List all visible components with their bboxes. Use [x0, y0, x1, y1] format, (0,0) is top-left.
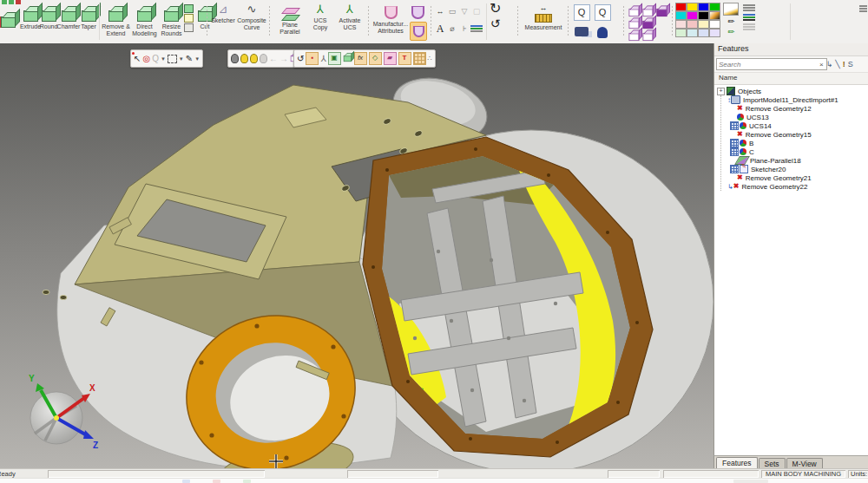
more-options-icon[interactable]: ∴	[428, 52, 432, 66]
qat-icon[interactable]	[9, 0, 14, 4]
color-swatch-pastel[interactable]	[698, 29, 709, 37]
view-orientation-icon[interactable]	[628, 20, 639, 28]
group-drag-handle[interactable]	[267, 4, 272, 37]
text-icon[interactable]: A	[437, 24, 444, 33]
line-style-icon[interactable]	[470, 25, 483, 32]
undo-display-icon[interactable]: ↺	[297, 52, 304, 66]
color-swatch-yellow[interactable]	[687, 3, 698, 11]
frame-icon[interactable]: ▢	[473, 7, 481, 16]
hatch-style-light-icon[interactable]	[743, 23, 755, 30]
mini-tool-icon[interactable]	[184, 14, 194, 23]
round-button[interactable]: Round	[40, 3, 57, 30]
eyedropper-icon[interactable]: ✐	[726, 16, 736, 27]
import-button[interactable]	[1, 9, 16, 28]
group-drag-handle[interactable]	[566, 4, 570, 37]
qat-icon[interactable]	[2, 0, 7, 4]
filter-alert-icon[interactable]: !	[843, 59, 845, 69]
prev-view-icon[interactable]: ←	[269, 52, 278, 66]
zoom-select-icon[interactable]: Q	[152, 52, 159, 66]
zoom-window-icon[interactable]: Q	[574, 4, 590, 21]
resize-rounds-button[interactable]: Resize Rounds	[159, 3, 184, 36]
udf-icon-button[interactable]	[410, 3, 425, 21]
next-view-icon[interactable]: →	[279, 52, 288, 66]
rotate-ccw-icon[interactable]: ↺	[490, 17, 501, 29]
tab-features[interactable]: Features	[716, 457, 758, 469]
tree-item-importmodel[interactable]: ↕ ImportModel11_DirectImport#1	[721, 95, 868, 104]
mini-tool-icon[interactable]	[184, 23, 194, 32]
view-orientation-icon[interactable]	[642, 8, 653, 16]
color-swatch-pastel[interactable]	[687, 20, 698, 29]
tree-item-sketcher20[interactable]: Sketcher20	[721, 165, 868, 173]
dropdown-arrow-icon[interactable]: ▼	[161, 52, 166, 66]
hatch-style-icon[interactable]	[743, 4, 755, 11]
tree-item-c[interactable]: C	[721, 147, 868, 156]
diameter-dimension-icon[interactable]: ⌀	[450, 24, 454, 33]
color-swatch-pastel[interactable]	[675, 20, 687, 29]
taper-button[interactable]: Taper	[80, 3, 97, 30]
color-swatch-blue[interactable]	[698, 3, 709, 11]
color-swatch-pastel[interactable]	[709, 20, 720, 29]
search-input[interactable]	[716, 58, 827, 70]
group-drag-handle[interactable]	[670, 4, 674, 37]
tree-item-remove-geometry21[interactable]: ✖ Remove Geometry21	[721, 173, 868, 182]
plane-parallel-button[interactable]: Plane Parallel	[273, 3, 307, 35]
taskbar-icon[interactable]	[213, 480, 220, 483]
color-swatch-pastel[interactable]	[687, 29, 698, 37]
table-toggle-icon[interactable]	[413, 52, 426, 65]
activate-ucs-button[interactable]: ⅄Activate UCS	[333, 3, 366, 30]
group-drag-handle[interactable]	[516, 4, 520, 37]
direct-modeling-button[interactable]: Direct Modeling	[130, 3, 159, 36]
tree-column-header[interactable]: Name	[714, 72, 868, 85]
group-drag-handle[interactable]	[205, 4, 209, 37]
tree-item-remove-geometry15[interactable]: ✖ Remove Geometry15	[721, 130, 868, 139]
ucs-copy-button[interactable]: ⅄UCS Copy	[307, 3, 333, 30]
rotate-cw-icon[interactable]: ↻	[490, 3, 501, 15]
zoom-fit-icon[interactable]: Q	[595, 4, 611, 21]
taskbar-icon[interactable]	[182, 480, 190, 483]
text-toggle-icon[interactable]: T	[398, 52, 411, 65]
components-toggle-icon[interactable]: ▣	[328, 52, 341, 65]
datum-icon[interactable]: ▽	[462, 7, 468, 16]
taskbar-icon[interactable]	[243, 480, 251, 483]
light-disabled-icon[interactable]	[260, 54, 267, 63]
paintbrush-icon[interactable]: ✐	[726, 27, 736, 37]
pin-toggle-icon[interactable]: ▪	[306, 52, 319, 65]
tree-item-remove-geometry12[interactable]: ✖ Remove Geometry12	[721, 104, 868, 113]
filter-s-icon[interactable]: S	[848, 59, 853, 69]
color-swatch-red[interactable]	[675, 3, 687, 11]
color-swatch-gradient[interactable]	[709, 11, 720, 20]
clear-search-icon[interactable]: ×	[819, 61, 824, 69]
note-icon[interactable]: ▭	[449, 7, 457, 16]
select-cursor-icon[interactable]: ↖	[134, 52, 141, 66]
measurement-button[interactable]: ↔ Measurement	[521, 3, 566, 31]
solid-toggle-icon[interactable]	[343, 55, 351, 62]
view-orientation-icon[interactable]	[628, 32, 639, 40]
udf-active-button[interactable]	[410, 22, 427, 41]
color-swatch-pastel[interactable]	[675, 29, 687, 37]
filter-branch-icon[interactable]: ↳	[826, 59, 833, 69]
axes-toggle-icon[interactable]: ⅄	[320, 52, 326, 66]
sketch-plane-toggle-icon[interactable]: ▰	[384, 52, 397, 65]
tree-item-remove-geometry22[interactable]: ↳ ✖ Remove Geometry22	[721, 182, 868, 191]
sketcher-button[interactable]: ⊿Sketcher	[210, 3, 236, 24]
manufacture-attributes-button[interactable]: Manufactur... Attributes	[372, 3, 410, 34]
color-swatch-cyan[interactable]	[675, 11, 687, 20]
linear-dimension-icon[interactable]: ↔	[437, 7, 444, 16]
big-color-swatch[interactable]	[723, 3, 739, 16]
remove-extend-button[interactable]: Remove & Extend	[102, 3, 130, 36]
dropdown-arrow-icon[interactable]: ▼	[194, 52, 200, 66]
light-on-icon[interactable]	[240, 54, 248, 63]
color-swatch-pastel[interactable]	[709, 29, 720, 37]
tree-item-ucs13[interactable]: UCS13	[721, 113, 868, 121]
filter-pen-icon[interactable]: ╲	[835, 59, 839, 69]
color-swatch-magenta[interactable]	[687, 11, 698, 20]
group-drag-handle[interactable]	[621, 4, 626, 37]
expander-icon[interactable]: +	[717, 88, 725, 95]
overflow-menu-icon[interactable]	[859, 5, 867, 12]
view-orientation-icon[interactable]	[642, 20, 653, 28]
mini-tool-icon[interactable]	[184, 4, 194, 13]
dropdown-arrow-icon[interactable]: ▼	[179, 52, 184, 66]
view-orientation-icon[interactable]	[628, 8, 639, 16]
tree-item-ucs14[interactable]: UCS14	[721, 121, 868, 130]
pan-hand-icon[interactable]	[597, 27, 608, 38]
